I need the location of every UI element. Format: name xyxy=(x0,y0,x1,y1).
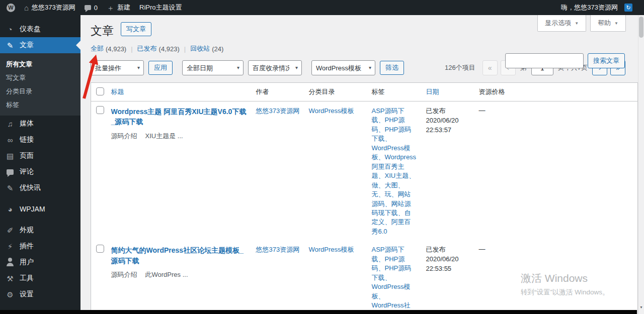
posts-table: 标题 作者 分类目录 标签 日期 资源价格 Wordpress主题 阿里百秀XI… xyxy=(91,82,638,314)
post-title-link[interactable]: 简约大气的WordPress社区论坛主题模板_源码下载 xyxy=(111,245,247,266)
column-date[interactable]: 日期 xyxy=(421,83,474,101)
scroll-down-icon[interactable]: ▼ xyxy=(638,305,644,309)
sidebar-item-links[interactable]: ∞ 链接 xyxy=(0,132,80,148)
admin-bar: W ⌂ 悠悠373资源网 0 ＋ 新建 RiPro主题设置 嗨，悠悠373资源网… xyxy=(0,0,644,15)
post-date-cell: 已发布 2020/06/20 22:53:55 xyxy=(421,240,474,314)
main-content: 显示选项 ▼ 帮助 ▼ 文章 写文章 搜索文章 全部 (4,923) | 已发布… xyxy=(80,15,638,314)
add-new-post-button[interactable]: 写文章 xyxy=(121,22,151,36)
filter-all-link[interactable]: 全部 xyxy=(91,44,104,53)
media-icon: ♫ xyxy=(5,120,15,128)
menu-separator xyxy=(0,196,80,201)
avatar: ↻ xyxy=(624,4,632,12)
column-title[interactable]: 标题 xyxy=(106,83,251,101)
admin-sidebar: ◔ 仪表盘 ✎ 文章 所有文章 写文章 分类目录 标签 ♫ 媒体 ∞ 链接 ▤ … xyxy=(0,15,80,314)
wordpress-logo-menu[interactable]: W xyxy=(2,0,20,15)
post-status: 已发布 xyxy=(426,245,470,255)
tag-links[interactable]: ASP源码下载、PHP源码、PHP源码下载、WordPress模板、Wordpr… xyxy=(372,107,417,236)
sidebar-item-pages[interactable]: ▤ 页面 xyxy=(0,148,80,164)
sidebar-item-posts[interactable]: ✎ 文章 xyxy=(0,37,80,53)
filter-published-link[interactable]: 已发布 xyxy=(137,44,157,53)
admin-bar-ripro-settings[interactable]: RiPro主题设置 xyxy=(135,0,187,15)
comment-bubble-icon xyxy=(5,169,15,175)
plugin-icon: ⚡ xyxy=(5,243,15,250)
tag-links[interactable]: ASP源码下载、PHP源码、PHP源码下载、WordPress模板、WordPr… xyxy=(372,245,417,314)
column-price: 资源价格 xyxy=(474,83,528,101)
scrollbar-thumb[interactable] xyxy=(639,17,643,38)
sidebar-item-categories[interactable]: 分类目录 xyxy=(0,84,80,98)
category-link[interactable]: WordPress模板 xyxy=(309,246,354,253)
filter-button[interactable]: 筛选 xyxy=(380,61,404,75)
post-title-link[interactable]: Wordpress主题 阿里百秀XIU主题V6.0下载_源码下载 xyxy=(111,107,247,127)
admin-bar-new-menu[interactable]: ＋ 新建 xyxy=(102,0,135,15)
sidebar-item-all-posts[interactable]: 所有文章 xyxy=(0,57,80,71)
sidebar-item-settings[interactable]: ⚙ 设置 xyxy=(0,286,80,302)
sidebar-item-comments[interactable]: 评论 xyxy=(0,164,80,180)
author-link[interactable]: 悠悠373资源网 xyxy=(256,107,300,115)
wordpress-logo-icon: W xyxy=(7,4,15,12)
help-tab[interactable]: 帮助 ▼ xyxy=(590,15,626,32)
post-row: Wordpress主题 阿里百秀XIU主题V6.0下载_源码下载 源码介绍XIU… xyxy=(91,101,638,241)
sidebar-item-tags[interactable]: 标签 xyxy=(0,98,80,112)
post-price: — xyxy=(474,101,528,241)
search-input[interactable] xyxy=(505,53,584,68)
vertical-scrollbar[interactable]: ▼ xyxy=(638,15,644,314)
wrench-icon: ⚒ xyxy=(5,275,15,282)
date-filter-select[interactable]: 全部日期 xyxy=(182,60,244,75)
chevron-down-icon: ▼ xyxy=(575,21,579,26)
sidebar-item-users[interactable]: 用户 xyxy=(0,254,80,270)
admin-bar-site-link[interactable]: ⌂ 悠悠373资源网 xyxy=(20,0,80,15)
posts-submenu: 所有文章 写文章 分类目录 标签 xyxy=(0,53,80,116)
first-page-button[interactable]: « xyxy=(482,60,498,75)
sidebar-item-media[interactable]: ♫ 媒体 xyxy=(0,116,80,132)
post-date: 2020/06/20 xyxy=(426,255,470,264)
category-filter-select[interactable]: WordPress模板 xyxy=(311,60,375,75)
apply-button[interactable]: 应用 xyxy=(148,61,173,75)
sidebar-item-appearance[interactable]: ✐ 外观 xyxy=(0,222,80,238)
sidebar-item-wpjam[interactable]: ◕ WPJAM xyxy=(0,201,80,217)
new-label: 新建 xyxy=(117,3,130,12)
pages-icon: ▤ xyxy=(5,152,15,160)
sidebar-item-youkuaixun[interactable]: ✎ 优快讯 xyxy=(0,180,80,196)
post-price: — xyxy=(474,240,528,314)
bulk-action-select[interactable]: 批量操作 xyxy=(91,60,144,75)
search-posts-button[interactable]: 搜索文章 xyxy=(588,53,625,68)
post-date: 2020/06/20 xyxy=(426,116,470,126)
account-greeting: 嗨，悠悠373资源网 xyxy=(561,3,618,12)
sidebar-item-new-post[interactable]: 写文章 xyxy=(0,71,80,84)
plus-icon: ＋ xyxy=(107,4,114,12)
post-row: 简约大气的WordPress社区论坛主题模板_源码下载 源码介绍此WordPre… xyxy=(91,240,638,314)
post-excerpt: 源码介绍XIU主题是 ... xyxy=(111,132,247,141)
baidu-index-filter-select[interactable]: 百度收录情况 xyxy=(248,60,302,75)
chevron-down-icon: ▼ xyxy=(614,21,618,26)
post-date-cell: 已发布 2020/06/20 22:53:57 xyxy=(421,101,474,241)
settings-icon: ⚙ xyxy=(5,291,15,298)
wordpress-admin-screen: W ⌂ 悠悠373资源网 0 ＋ 新建 RiPro主题设置 嗨，悠悠373资源网… xyxy=(0,0,644,314)
category-link[interactable]: WordPress模板 xyxy=(309,107,354,115)
select-all-checkbox[interactable] xyxy=(96,87,104,95)
sidebar-item-plugins[interactable]: ⚡ 插件 xyxy=(0,238,80,254)
admin-bar-comments[interactable]: 0 xyxy=(80,0,102,15)
post-time: 22:53:55 xyxy=(426,264,470,274)
sidebar-item-dashboard[interactable]: ◔ 仪表盘 xyxy=(0,21,80,37)
pin-icon: ✎ xyxy=(5,42,15,49)
brush-icon: ✐ xyxy=(5,227,15,234)
admin-bar-account[interactable]: 嗨，悠悠373资源网 ↻ xyxy=(556,0,637,15)
dashboard-icon: ◔ xyxy=(5,26,15,33)
link-icon: ∞ xyxy=(5,136,15,144)
post-time: 22:53:57 xyxy=(426,126,470,135)
search-box: 搜索文章 xyxy=(505,53,625,68)
filter-trash-link[interactable]: 回收站 xyxy=(190,44,210,53)
sidebar-item-tools[interactable]: ⚒ 工具 xyxy=(0,270,80,286)
user-icon xyxy=(5,258,15,267)
row-checkbox[interactable] xyxy=(96,245,104,253)
post-excerpt: 源码介绍此WordPres ... xyxy=(111,270,247,279)
comment-bubble-icon xyxy=(85,5,91,10)
row-checkbox[interactable] xyxy=(96,106,104,114)
comments-count: 0 xyxy=(94,4,98,12)
author-link[interactable]: 悠悠373资源网 xyxy=(256,246,300,253)
column-tags: 标签 xyxy=(367,83,421,101)
post-status: 已发布 xyxy=(426,107,470,116)
column-author: 作者 xyxy=(251,83,304,101)
screen-meta: 显示选项 ▼ 帮助 ▼ xyxy=(537,15,626,32)
screen-options-tab[interactable]: 显示选项 ▼ xyxy=(537,15,586,32)
